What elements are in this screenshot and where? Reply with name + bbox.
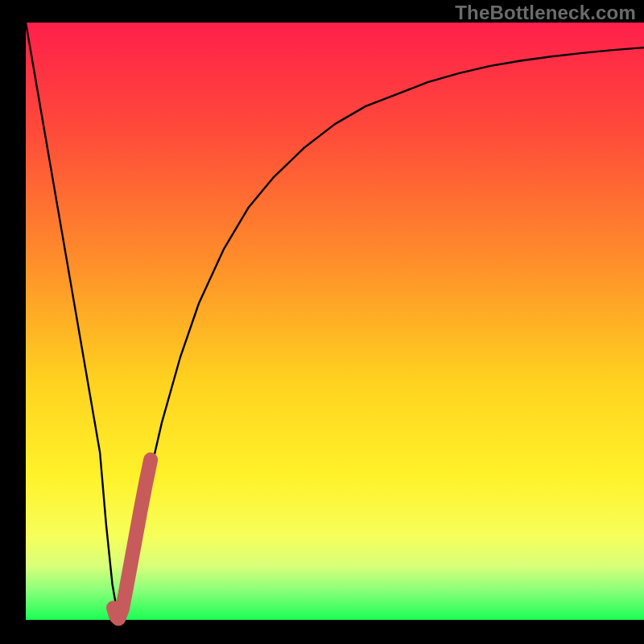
plot-area bbox=[26, 23, 644, 620]
bottleneck-chart bbox=[0, 0, 644, 644]
watermark-text: TheBottleneck.com bbox=[455, 2, 636, 24]
chart-frame: TheBottleneck.com bbox=[0, 0, 644, 644]
